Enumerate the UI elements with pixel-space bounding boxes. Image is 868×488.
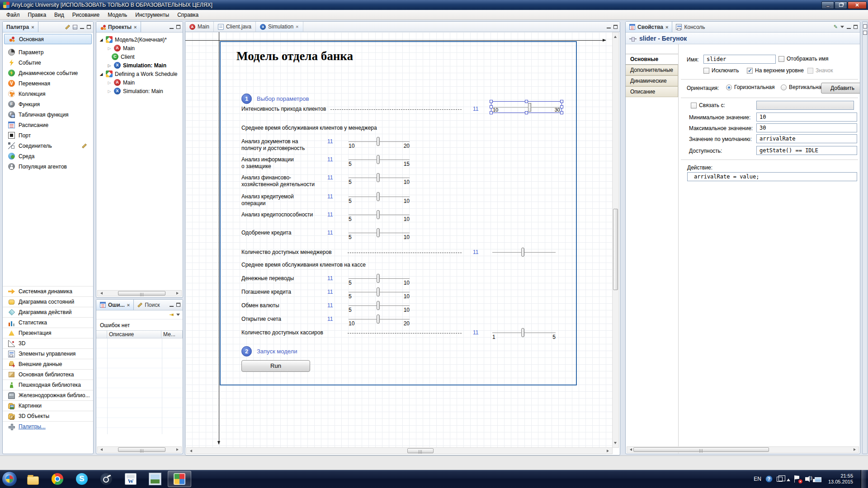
menu-tools[interactable]: Инструменты — [131, 10, 173, 19]
clock[interactable]: 21:55 13.05.2015 — [826, 473, 856, 485]
min-value-input[interactable] — [756, 113, 857, 122]
maximize-view-icon[interactable] — [176, 303, 180, 307]
palette-section-external-data[interactable]: Внешние данные — [3, 359, 93, 369]
language-indicator[interactable]: EN — [754, 476, 761, 482]
scroll-right-icon[interactable] — [854, 448, 857, 451]
horizontal-scrollbar[interactable] — [97, 446, 182, 453]
palette-item-port[interactable]: Порт — [3, 130, 93, 141]
column-location[interactable]: Ме... — [161, 331, 183, 338]
manager-slider-creditworthiness[interactable]: 510 — [349, 209, 410, 224]
scroll-left-icon[interactable] — [99, 448, 103, 451]
slider-thumb[interactable] — [528, 103, 531, 112]
slider-thumb[interactable] — [377, 192, 380, 201]
scrollbar-thumb[interactable] — [118, 291, 165, 296]
action-center-icon[interactable] — [794, 475, 801, 483]
palette-section-system-dynamics[interactable]: Системная динамика — [3, 286, 93, 296]
minimize-view-icon[interactable] — [847, 25, 851, 29]
slider-thumb[interactable] — [377, 228, 380, 237]
palette-item-collection[interactable]: Коллекция — [3, 89, 93, 99]
top-level-checkbox[interactable]: На верхнем уровне — [747, 67, 804, 74]
tree-item-model2[interactable]: ◢Модель2(Конечная)* — [99, 35, 183, 44]
expander-icon[interactable]: ▷ — [107, 89, 112, 94]
minimize-view-icon[interactable] — [607, 25, 611, 28]
palette-item-schedule[interactable]: Расписание — [3, 120, 93, 130]
selection-handle[interactable] — [525, 100, 528, 103]
expander-icon[interactable]: ◢ — [99, 38, 104, 42]
taskbar-word-button[interactable] — [119, 471, 142, 487]
cashier-slider-transfers[interactable]: 510 — [349, 272, 410, 288]
max-value-input[interactable] — [756, 123, 857, 132]
taskbar-steam-button[interactable] — [94, 471, 118, 487]
subtab-description[interactable]: Описание — [626, 86, 678, 97]
slider-thumb[interactable] — [377, 173, 380, 182]
palette-item-variable[interactable]: Переменная — [3, 78, 93, 89]
selection-handle[interactable] — [490, 111, 493, 114]
taskbar-skype-button[interactable] — [70, 471, 94, 487]
minimize-button[interactable] — [821, 1, 834, 9]
menu-edit[interactable]: Правка — [24, 10, 51, 19]
scrollbar-thumb[interactable] — [407, 448, 434, 453]
volume-icon[interactable] — [805, 477, 808, 481]
manager-slider-documents[interactable]: 1020 — [349, 136, 410, 151]
selection-handle[interactable] — [560, 100, 563, 103]
taskbar-photo-viewer-button[interactable] — [143, 471, 167, 487]
vertical-radio[interactable]: Вертикальная — [781, 84, 825, 90]
scrollbar-thumb[interactable] — [118, 447, 165, 452]
restore-view-icon[interactable] — [863, 31, 867, 35]
palette-item-function[interactable]: Функция — [3, 99, 93, 109]
expander-icon[interactable]: ▷ — [107, 80, 112, 85]
subtab-advanced[interactable]: Дополнительные — [626, 65, 678, 75]
palette-section-3d[interactable]: 3D — [3, 338, 93, 348]
network-icon[interactable] — [815, 477, 821, 482]
selection-handle[interactable] — [490, 100, 493, 103]
run-button[interactable]: Run — [241, 360, 310, 372]
scroll-down-icon[interactable] — [614, 442, 617, 446]
editor-tab-client-java[interactable]: Client.java — [214, 22, 256, 32]
scroll-right-icon[interactable] — [176, 448, 180, 451]
hidden-icons-icon[interactable] — [777, 477, 783, 482]
exclude-checkbox[interactable]: Исключить — [703, 67, 739, 74]
vertical-scrollbar[interactable] — [612, 32, 619, 448]
scrollbar-thumb[interactable] — [633, 447, 769, 452]
palette-section-actionchart[interactable]: Диаграмма действий — [3, 307, 93, 317]
selection-handle[interactable] — [560, 111, 563, 114]
manager-slider-info[interactable]: 515 — [349, 154, 410, 169]
palette-item-connector[interactable]: Соединитель — [3, 141, 93, 151]
maximize-view-icon[interactable] — [87, 25, 91, 29]
icon-checkbox[interactable]: Значок — [807, 67, 833, 74]
minimize-view-icon[interactable] — [80, 25, 84, 29]
horizontal-scrollbar[interactable] — [186, 447, 613, 454]
slider-thumb[interactable] — [377, 137, 380, 146]
menu-file[interactable]: Файл — [2, 10, 24, 19]
help-icon[interactable] — [765, 475, 773, 483]
column-description[interactable]: Описание — [107, 331, 161, 338]
expander-icon[interactable]: ▷ — [107, 63, 112, 68]
slider-thumb[interactable] — [377, 301, 380, 310]
view-menu-icon[interactable] — [840, 26, 844, 30]
manager-slider-approval[interactable]: 510 — [349, 227, 410, 242]
taskbar-anylogic-button[interactable] — [168, 471, 191, 487]
minimize-view-icon[interactable] — [170, 303, 174, 307]
enabled-input[interactable] — [756, 146, 857, 155]
slider-thumb[interactable] — [377, 155, 380, 164]
show-desktop-button[interactable] — [861, 470, 866, 488]
slider-thumb[interactable] — [377, 210, 380, 219]
scroll-left-icon[interactable] — [99, 292, 103, 295]
filter-icon[interactable] — [170, 312, 174, 318]
view-menu-icon[interactable] — [176, 314, 180, 318]
tree-item-simulation2[interactable]: ▷Simulation: Main — [99, 87, 183, 95]
tab-search[interactable]: Поиск — [134, 300, 163, 310]
horizontal-scrollbar[interactable] — [627, 446, 859, 453]
palette-section-pictures[interactable]: Картинки — [3, 400, 93, 411]
scroll-left-icon[interactable] — [628, 448, 632, 451]
minimize-view-icon[interactable] — [170, 25, 174, 29]
close-icon[interactable] — [296, 24, 298, 29]
palettes-link[interactable]: Палитры... — [3, 421, 93, 432]
palette-section-controls[interactable]: Элементы управления — [3, 348, 93, 359]
tree-item-simulation[interactable]: ▷Simulation: Main — [99, 61, 183, 70]
close-icon[interactable] — [665, 25, 668, 29]
cashiers-count-slider[interactable]: 15 — [492, 327, 556, 342]
tab-palette[interactable]: Палитра — [3, 22, 38, 32]
selection-handle[interactable] — [525, 111, 528, 114]
palette-item-environment[interactable]: Среда — [3, 151, 93, 161]
